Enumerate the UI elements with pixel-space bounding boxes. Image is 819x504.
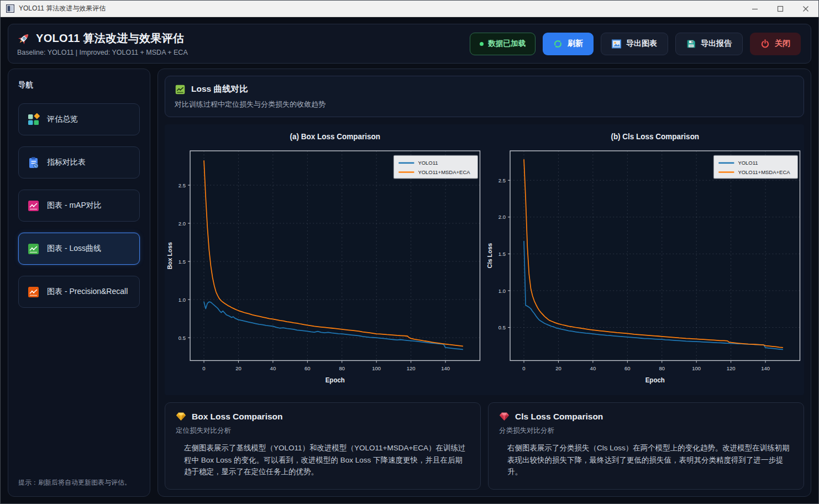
svg-text:2.0: 2.0 — [498, 214, 506, 220]
main-panel: Loss 曲线对比 对比训练过程中定位损失与分类损失的收敛趋势 02040608… — [158, 69, 811, 497]
box-loss-analysis-card: Box Loss Comparison 定位损失对比分析 左侧图表展示了基线模型… — [165, 402, 481, 490]
svg-text:2.5: 2.5 — [179, 182, 186, 188]
refresh-icon — [553, 39, 563, 49]
clipboard-icon — [27, 156, 40, 169]
card-title: Cls Loss Comparison — [515, 412, 603, 422]
sidebar-heading: 导航 — [18, 80, 140, 90]
svg-text:2.0: 2.0 — [179, 221, 186, 227]
svg-text:YOLO11: YOLO11 — [418, 160, 438, 166]
svg-text:1.0: 1.0 — [498, 287, 506, 293]
sidebar-item-label: 图表 - Loss曲线 — [47, 244, 101, 254]
sidebar-item-map-chart[interactable]: 图表 - mAP对比 — [18, 190, 140, 222]
status-label: 数据已加载 — [489, 39, 526, 49]
sidebar-item-overview[interactable]: 评估总览 — [18, 103, 140, 135]
maximize-button[interactable] — [768, 1, 793, 17]
svg-text:1.0: 1.0 — [179, 297, 186, 303]
sidebar-item-label: 指标对比表 — [47, 158, 86, 167]
sidebar-item-pr-chart[interactable]: 图表 - Precision&Recall — [18, 276, 140, 308]
close-app-button[interactable]: 关闭 — [750, 33, 801, 55]
svg-text:40: 40 — [270, 365, 276, 371]
page-title: YOLO11 算法改进与效果评估 — [36, 31, 184, 46]
card-subtitle: 定位损失对比分析 — [176, 426, 470, 435]
svg-text:0.5: 0.5 — [498, 324, 505, 330]
floppy-disk-icon — [686, 39, 696, 49]
pink-chart-icon — [27, 200, 40, 212]
svg-text:Box Loss: Box Loss — [166, 242, 173, 269]
svg-text:60: 60 — [305, 365, 311, 371]
export-report-label: 导出报告 — [701, 39, 732, 49]
svg-text:0: 0 — [202, 365, 206, 371]
svg-text:120: 120 — [726, 365, 735, 371]
titlebar: YOLO11 算法改进与效果评估 — [1, 1, 818, 17]
overview-grid-icon — [27, 113, 40, 126]
window-app-icon — [6, 4, 14, 13]
content-row: 导航 评估总览 — [8, 69, 811, 497]
svg-text:0.5: 0.5 — [179, 335, 186, 341]
svg-text:100: 100 — [692, 365, 701, 371]
export-chart-button[interactable]: 导出图表 — [601, 33, 668, 55]
app-body: YOLO11 算法改进与效果评估 Baseline: YOLO11 | Impr… — [1, 17, 818, 503]
svg-text:140: 140 — [441, 365, 450, 371]
svg-text:80: 80 — [659, 365, 665, 371]
sidebar-item-metrics-table[interactable]: 指标对比表 — [18, 146, 140, 179]
svg-text:40: 40 — [590, 365, 596, 371]
svg-text:1.5: 1.5 — [498, 251, 505, 257]
svg-text:YOLO11+MSDA+ECA: YOLO11+MSDA+ECA — [738, 169, 790, 175]
card-body: 右侧图表展示了分类损失（Cls Loss）在两个模型上的变化趋势。改进模型在训练… — [507, 442, 790, 478]
card-title: Box Loss Comparison — [192, 412, 283, 422]
maximize-icon — [777, 6, 784, 12]
green-chart-icon — [27, 243, 40, 255]
header-actions: 数据已加载 刷新 — [470, 33, 801, 55]
analysis-cards-row: Box Loss Comparison 定位损失对比分析 左侧图表展示了基线模型… — [165, 402, 804, 490]
card-subtitle: 分类损失对比分析 — [499, 426, 793, 435]
refresh-button[interactable]: 刷新 — [543, 33, 594, 55]
svg-text:20: 20 — [555, 365, 561, 371]
sidebar-item-label: 图表 - mAP对比 — [47, 201, 102, 211]
window-title: YOLO11 算法改进与效果评估 — [19, 4, 106, 13]
svg-text:Epoch: Epoch — [326, 376, 345, 384]
svg-text:120: 120 — [407, 365, 416, 371]
sidebar-item-label: 评估总览 — [47, 114, 78, 124]
orange-chart-icon — [27, 286, 40, 298]
sidebar-item-loss-chart[interactable]: 图表 - Loss曲线 — [18, 233, 140, 265]
svg-text:Epoch: Epoch — [645, 376, 664, 384]
svg-text:Cls Loss: Cls Loss — [486, 243, 493, 269]
svg-text:0: 0 — [522, 365, 526, 371]
minimize-button[interactable] — [742, 1, 768, 17]
close-window-button[interactable] — [793, 1, 818, 17]
framed-picture-icon — [612, 39, 621, 49]
green-chart-icon — [175, 84, 186, 95]
close-icon — [802, 6, 809, 12]
app-window: YOLO11 算法改进与效果评估 — [0, 0, 819, 504]
section-title: Loss 曲线对比 — [191, 83, 248, 95]
svg-text:(a) Box Loss Comparison: (a) Box Loss Comparison — [290, 133, 380, 141]
close-app-label: 关闭 — [775, 39, 790, 49]
svg-text:YOLO11+MSDA+ECA: YOLO11+MSDA+ECA — [418, 169, 470, 175]
loss-charts-figure: 0204060801001201400.51.01.52.02.5(a) Box… — [165, 124, 804, 395]
export-report-button[interactable]: 导出报告 — [675, 33, 743, 55]
svg-text:(b) Cls Loss Comparison: (b) Cls Loss Comparison — [611, 133, 699, 141]
refresh-label: 刷新 — [568, 39, 583, 49]
sidebar: 导航 评估总览 — [8, 69, 150, 497]
cls-loss-chart: 0204060801001201400.51.01.52.02.5(b) Cls… — [485, 124, 805, 395]
svg-text:2.5: 2.5 — [498, 177, 505, 183]
status-dot-icon — [480, 42, 484, 46]
page-subtitle: Baseline: YOLO11 | Improved: YOLO11 + MS… — [17, 49, 188, 56]
svg-text:YOLO11: YOLO11 — [738, 160, 758, 166]
status-badge: 数据已加载 — [470, 33, 536, 55]
header-bar: YOLO11 算法改进与效果评估 Baseline: YOLO11 | Impr… — [8, 24, 811, 64]
rocket-icon — [17, 32, 30, 45]
svg-text:1.5: 1.5 — [179, 259, 186, 265]
brand: YOLO11 算法改进与效果评估 Baseline: YOLO11 | Impr… — [17, 31, 188, 56]
card-body: 左侧图表展示了基线模型（YOLO11）和改进模型（YOLO11+MSDA+ECA… — [184, 442, 466, 478]
minimize-icon — [752, 6, 758, 12]
svg-text:140: 140 — [761, 365, 770, 371]
cls-loss-analysis-card: Cls Loss Comparison 分类损失对比分析 右侧图表展示了分类损失… — [488, 402, 804, 490]
sidebar-hint: 提示：刷新后将自动更新图表与评估。 — [18, 478, 140, 487]
gold-gem-icon — [176, 411, 186, 422]
red-gem-icon — [499, 411, 510, 422]
svg-text:100: 100 — [372, 365, 381, 371]
box-loss-chart: 0204060801001201400.51.01.52.02.5(a) Box… — [165, 124, 485, 395]
power-icon — [760, 39, 770, 49]
section-header: Loss 曲线对比 对比训练过程中定位损失与分类损失的收敛趋势 — [165, 76, 804, 117]
